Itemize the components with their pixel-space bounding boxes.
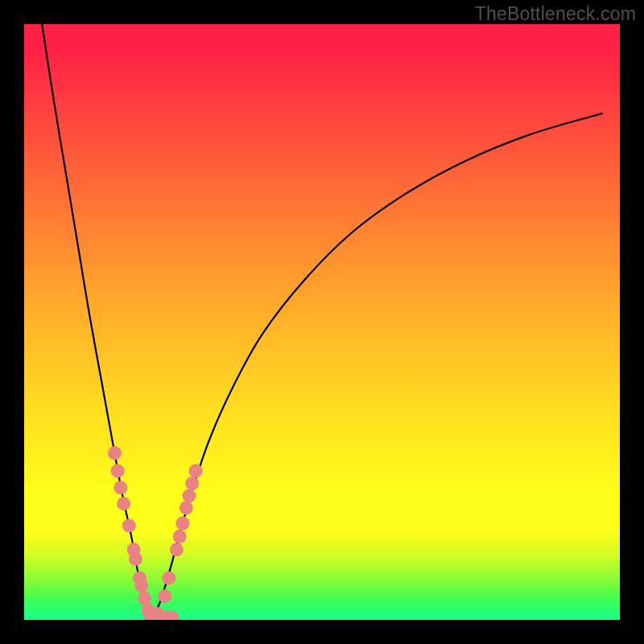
highlight-dot	[134, 579, 148, 592]
highlight-dot	[111, 464, 125, 478]
highlight-dot	[114, 481, 127, 494]
curve-right-branch	[152, 114, 602, 620]
plot-area	[24, 24, 620, 620]
highlight-dot	[162, 572, 175, 585]
highlight-dot	[170, 543, 184, 556]
highlight-dot	[185, 477, 199, 490]
highlight-dot	[189, 464, 203, 478]
highlight-dots	[108, 446, 203, 620]
highlight-dot	[138, 592, 151, 605]
highlight-dot	[180, 501, 193, 514]
highlight-dot	[173, 530, 187, 543]
curves-svg	[24, 24, 620, 620]
highlight-dot	[182, 489, 196, 503]
chart-stage: TheBottleneck.com	[0, 0, 644, 644]
highlight-dot	[158, 589, 171, 603]
highlight-dot	[175, 517, 189, 530]
highlight-dot	[122, 519, 136, 533]
highlight-dot	[108, 446, 122, 460]
curve-left-branch	[42, 24, 152, 620]
highlight-dot	[117, 497, 130, 510]
highlight-dot	[129, 552, 142, 566]
attribution-text: TheBottleneck.com	[475, 3, 636, 25]
